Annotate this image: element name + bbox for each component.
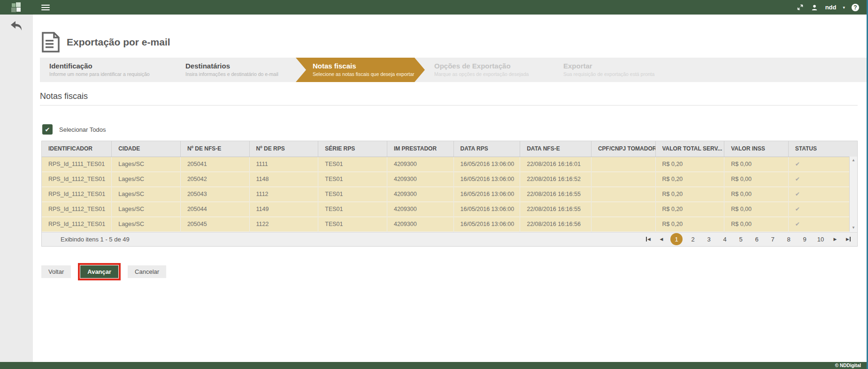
table-cell: Lages/SC bbox=[112, 217, 181, 232]
section-divider bbox=[40, 105, 858, 105]
column-header[interactable]: CIDADE bbox=[112, 141, 181, 157]
action-buttons: Voltar Avançar Cancelar bbox=[41, 265, 867, 278]
table-row[interactable]: RPS_Id_1111_TES01Lages/SC2050411111TES01… bbox=[42, 157, 857, 172]
table-cell: R$ 0,00 bbox=[724, 217, 789, 232]
step-title: Identificação bbox=[49, 62, 176, 70]
user-menu[interactable]: ndd bbox=[825, 4, 837, 11]
avancar-button[interactable]: Avançar bbox=[80, 265, 118, 278]
cancelar-button[interactable]: Cancelar bbox=[128, 265, 166, 278]
back-arrow-icon[interactable] bbox=[9, 20, 23, 32]
chevron-down-icon[interactable]: ▾ bbox=[843, 5, 845, 10]
section-title: Notas fiscais bbox=[40, 91, 867, 101]
scroll-down-icon[interactable]: ▼ bbox=[852, 226, 855, 230]
hamburger-menu-icon[interactable] bbox=[41, 3, 50, 12]
page-2[interactable]: 2 bbox=[687, 233, 699, 245]
previous-page-icon[interactable]: ◀ bbox=[657, 237, 666, 241]
step-title: Destinatários bbox=[185, 62, 296, 70]
checkbox-checked-icon[interactable]: ✔ bbox=[42, 124, 53, 135]
column-header[interactable]: STATUS bbox=[788, 141, 857, 157]
table-cell: 4209300 bbox=[387, 202, 453, 217]
wizard-step-1[interactable]: IdentificaçãoInforme um nome para identi… bbox=[40, 58, 176, 82]
wizard-step-5[interactable]: ExportarSua requisição de exportação est… bbox=[554, 58, 667, 82]
column-header[interactable]: VALOR TOTAL SERV... bbox=[655, 141, 724, 157]
table-cell: 22/08/2016 16:16:56 bbox=[520, 217, 591, 232]
table-cell: R$ 0,20 bbox=[655, 172, 724, 187]
table-cell: 205042 bbox=[180, 172, 249, 187]
step-title: Notas fiscais bbox=[313, 62, 425, 70]
table-footer: Exibindo itens 1 - 5 de 49 ◀◀12345678910… bbox=[42, 232, 857, 246]
table-cell: TES01 bbox=[318, 172, 387, 187]
status-check-icon: ✔ bbox=[788, 202, 857, 217]
table-cell: R$ 0,20 bbox=[655, 217, 724, 232]
column-header[interactable]: Nº DE RPS bbox=[249, 141, 318, 157]
table-cell: R$ 0,20 bbox=[655, 157, 724, 172]
page-5[interactable]: 5 bbox=[735, 233, 746, 245]
fullscreen-icon[interactable] bbox=[796, 3, 804, 11]
ndd-logo[interactable] bbox=[11, 2, 22, 13]
page-7[interactable]: 7 bbox=[767, 233, 778, 245]
table-cell: 1122 bbox=[249, 217, 318, 232]
column-header[interactable]: IM PRESTADOR bbox=[387, 141, 453, 157]
page-9[interactable]: 9 bbox=[799, 233, 810, 245]
help-icon[interactable]: ? bbox=[852, 4, 859, 11]
status-check-icon: ✔ bbox=[788, 172, 857, 187]
table-cell: 1148 bbox=[249, 172, 318, 187]
step-subtitle: Insira informações e destinatário do e-m… bbox=[185, 71, 296, 77]
last-page-icon[interactable]: ▶ bbox=[844, 237, 853, 241]
page-title: Exportação por e-mail bbox=[67, 37, 170, 48]
table-cell: 4209300 bbox=[387, 172, 453, 187]
user-icon bbox=[811, 3, 819, 11]
table-cell: R$ 0,00 bbox=[724, 172, 789, 187]
next-page-icon[interactable]: ▶ bbox=[831, 237, 839, 241]
step-subtitle: Sua requisição de exportação está pronta bbox=[563, 71, 667, 77]
table-header-row: IDENTIFICADORCIDADENº DE NFS-ENº DE RPSS… bbox=[42, 141, 857, 157]
table-cell: R$ 0,20 bbox=[655, 187, 724, 202]
table-cell: TES01 bbox=[318, 202, 387, 217]
wizard-step-3[interactable]: Notas fiscaisSelecione as notas fiscais … bbox=[296, 58, 425, 82]
status-check-icon: ✔ bbox=[788, 157, 857, 172]
column-header[interactable]: DATA NFS-E bbox=[520, 141, 591, 157]
page-3[interactable]: 3 bbox=[703, 233, 714, 245]
table-row[interactable]: RPS_Id_1112_TES01Lages/SC2050431112TES01… bbox=[42, 187, 857, 202]
table-cell: 4209300 bbox=[387, 157, 453, 172]
page-6[interactable]: 6 bbox=[751, 233, 762, 245]
column-header[interactable]: CPF/CNPJ TOMADOR bbox=[591, 141, 655, 157]
table-cell: 4209300 bbox=[387, 187, 453, 202]
wizard-step-2[interactable]: DestinatáriosInsira informações e destin… bbox=[176, 58, 296, 82]
table-cell: 22/08/2016 16:16:55 bbox=[520, 202, 591, 217]
table-cell: Lages/SC bbox=[112, 157, 181, 172]
wizard-steps: IdentificaçãoInforme um nome para identi… bbox=[40, 58, 867, 82]
page-4[interactable]: 4 bbox=[719, 233, 730, 245]
table-cell: TES01 bbox=[318, 217, 387, 232]
page-8[interactable]: 8 bbox=[783, 233, 794, 245]
items-summary: Exibindo itens 1 - 5 de 49 bbox=[61, 236, 130, 243]
table-row[interactable]: RPS_Id_1112_TES01Lages/SC2050421148TES01… bbox=[42, 172, 857, 187]
table-cell: 22/08/2016 16:16:55 bbox=[520, 187, 591, 202]
scroll-up-icon[interactable]: ▲ bbox=[852, 158, 855, 162]
wizard-step-4[interactable]: Opções de ExportaçãoMarque as opções de … bbox=[425, 58, 554, 82]
table-row[interactable]: RPS_Id_1112_TES01Lages/SC2050441149TES01… bbox=[42, 202, 857, 217]
column-header[interactable]: DATA RPS bbox=[453, 141, 520, 157]
page-1[interactable]: 1 bbox=[670, 233, 683, 245]
table-cell: R$ 0,00 bbox=[724, 202, 789, 217]
voltar-button[interactable]: Voltar bbox=[41, 265, 71, 278]
footer-bar: © NDDigital bbox=[0, 362, 867, 369]
left-sidebar bbox=[0, 15, 33, 362]
table-cell: 1111 bbox=[249, 157, 318, 172]
table-cell: RPS_Id_1112_TES01 bbox=[42, 217, 112, 232]
step-subtitle: Selecione as notas fiscais que deseja ex… bbox=[313, 71, 425, 77]
select-all-checkbox[interactable]: ✔ Selecionar Todos bbox=[42, 124, 146, 135]
table-row[interactable]: RPS_Id_1112_TES01Lages/SC2050451122TES01… bbox=[42, 217, 857, 232]
table-vertical-scrollbar[interactable]: ▲ ▼ bbox=[849, 157, 857, 232]
step-title: Exportar bbox=[563, 62, 667, 70]
step-subtitle: Marque as opções de exportação desejada bbox=[434, 71, 554, 77]
column-header[interactable]: SÉRIE RPS bbox=[318, 141, 387, 157]
column-header[interactable]: VALOR INSS bbox=[724, 141, 789, 157]
table-cell: R$ 0,20 bbox=[655, 202, 724, 217]
page-10[interactable]: 10 bbox=[815, 233, 826, 245]
column-header[interactable]: Nº DE NFS-E bbox=[180, 141, 249, 157]
first-page-icon[interactable]: ◀ bbox=[644, 237, 653, 241]
table-cell: 22/08/2016 16:16:52 bbox=[520, 172, 591, 187]
column-header[interactable]: IDENTIFICADOR bbox=[42, 141, 112, 157]
table-cell bbox=[591, 202, 655, 217]
